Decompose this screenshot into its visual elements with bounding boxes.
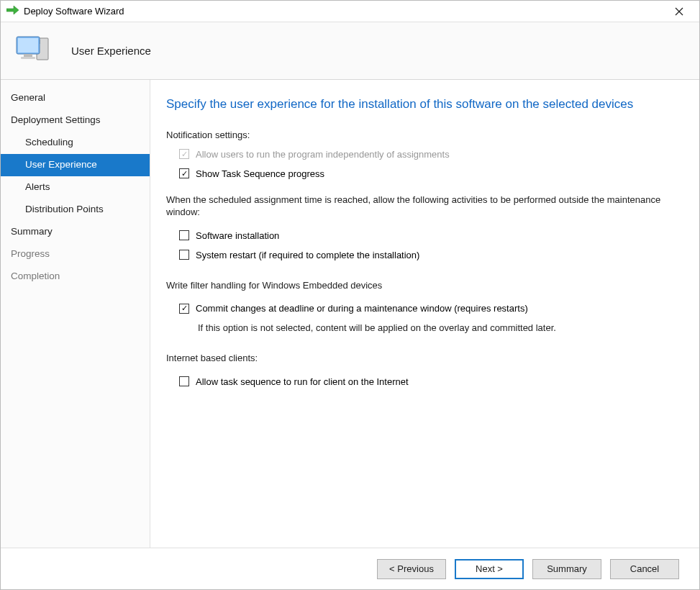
sidebar-item-alerts[interactable]: Alerts bbox=[1, 176, 150, 199]
sidebar-item-summary[interactable]: Summary bbox=[1, 221, 150, 243]
option-show-progress[interactable]: ✓ Show Task Sequence progress bbox=[179, 168, 683, 179]
titlebar: Deploy Software Wizard bbox=[1, 1, 699, 22]
option-internet-clients[interactable]: Allow task sequence to run for client on… bbox=[179, 376, 683, 387]
close-icon bbox=[675, 7, 683, 16]
option-label: Commit changes at deadline or during a m… bbox=[196, 303, 528, 314]
close-button[interactable] bbox=[665, 1, 694, 22]
previous-button[interactable]: < Previous bbox=[377, 559, 446, 579]
sidebar-item-progress[interactable]: Progress bbox=[1, 243, 150, 266]
header-banner: User Experience bbox=[1, 22, 699, 80]
arrow-right-icon bbox=[6, 5, 19, 17]
page-title: User Experience bbox=[71, 45, 151, 57]
option-label: Allow users to run the program independe… bbox=[196, 149, 450, 160]
commit-note: If this option is not selected, content … bbox=[198, 322, 683, 333]
write-filter-label: Write filter handling for Windows Embedd… bbox=[166, 279, 683, 292]
option-allow-independent: ✓ Allow users to run the program indepen… bbox=[179, 149, 683, 160]
main-panel: Specify the user experience for the inst… bbox=[150, 80, 699, 548]
checkbox-commit-changes[interactable]: ✓ bbox=[179, 304, 189, 314]
option-label: Allow task sequence to run for client on… bbox=[196, 376, 409, 387]
window-title: Deploy Software Wizard bbox=[24, 6, 124, 17]
option-software-install[interactable]: Software installation bbox=[179, 230, 683, 241]
sidebar-item-user-experience[interactable]: User Experience bbox=[1, 154, 150, 176]
next-button[interactable]: Next > bbox=[455, 559, 524, 579]
checkbox-allow-independent: ✓ bbox=[179, 149, 189, 159]
option-label: Software installation bbox=[196, 230, 279, 241]
option-commit-changes[interactable]: ✓ Commit changes at deadline or during a… bbox=[179, 303, 683, 314]
sidebar-item-distribution-points[interactable]: Distribution Points bbox=[1, 199, 150, 221]
option-label: Show Task Sequence progress bbox=[196, 168, 324, 179]
sidebar-item-deployment-settings[interactable]: Deployment Settings bbox=[1, 109, 150, 132]
cancel-button[interactable]: Cancel bbox=[610, 559, 679, 579]
option-label: System restart (if required to complete … bbox=[196, 250, 419, 260]
svg-rect-7 bbox=[21, 57, 35, 59]
footer: < Previous Next > Summary Cancel bbox=[1, 548, 699, 589]
sidebar-item-scheduling[interactable]: Scheduling bbox=[1, 132, 150, 154]
summary-button[interactable]: Summary bbox=[532, 559, 601, 579]
monitor-icon bbox=[14, 32, 54, 69]
checkbox-software-install[interactable] bbox=[179, 230, 189, 240]
main-heading: Specify the user experience for the inst… bbox=[166, 96, 683, 114]
maintenance-window-text: When the scheduled assignment time is re… bbox=[166, 194, 683, 219]
sidebar-item-general[interactable]: General bbox=[1, 87, 150, 109]
sidebar: GeneralDeployment SettingsSchedulingUser… bbox=[1, 80, 150, 548]
option-system-restart[interactable]: System restart (if required to complete … bbox=[179, 250, 683, 260]
svg-rect-5 bbox=[18, 38, 38, 53]
checkbox-system-restart[interactable] bbox=[179, 250, 189, 260]
internet-clients-label: Internet based clients: bbox=[166, 352, 683, 365]
checkbox-internet-clients[interactable] bbox=[179, 376, 189, 386]
svg-rect-6 bbox=[24, 54, 32, 57]
checkbox-show-progress[interactable]: ✓ bbox=[179, 168, 189, 178]
notification-settings-label: Notification settings: bbox=[166, 130, 683, 140]
sidebar-item-completion[interactable]: Completion bbox=[1, 266, 150, 288]
